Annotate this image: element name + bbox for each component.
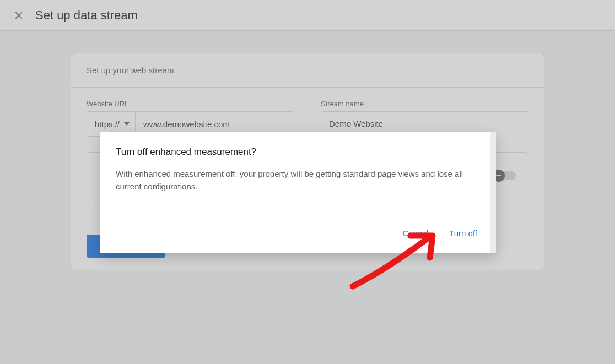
dialog-actions: Cancel Turn off [116, 224, 481, 242]
dialog-title: Turn off enhanced measurement? [116, 146, 481, 157]
turn-off-button[interactable]: Turn off [446, 224, 481, 242]
confirmation-dialog: Turn off enhanced measurement? With enha… [100, 132, 496, 253]
dialog-scrollbar[interactable] [490, 132, 496, 253]
cancel-button[interactable]: Cancel [399, 224, 431, 242]
dialog-body: With enhanced measurement off, your prop… [116, 167, 481, 193]
